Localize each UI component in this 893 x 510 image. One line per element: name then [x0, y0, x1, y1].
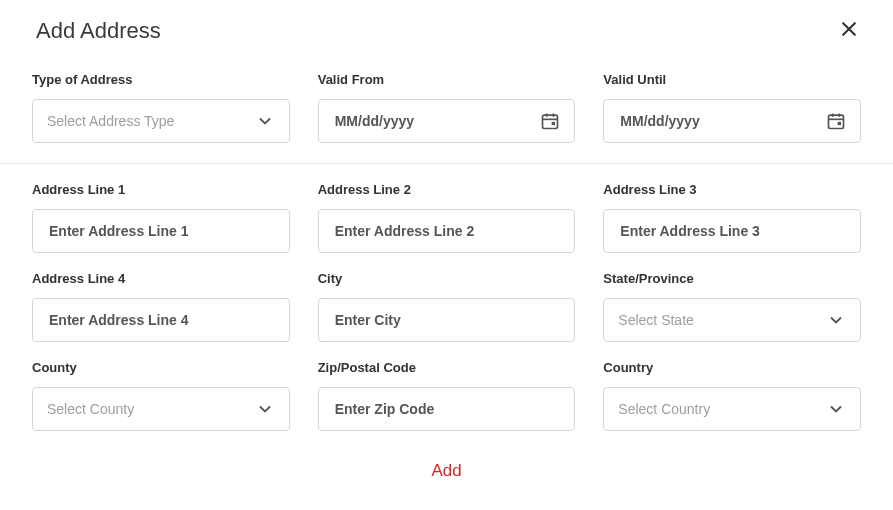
zip-wrap — [318, 387, 576, 431]
dialog-title: Add Address — [36, 18, 161, 44]
chevron-down-icon — [255, 111, 275, 131]
address-fields-section: Address Line 1 Address Line 2 Address Li… — [0, 164, 893, 431]
add-address-dialog: Add Address Type of Address Select Addre… — [0, 0, 893, 510]
field-valid-from: Valid From — [318, 72, 576, 143]
address-line-2-wrap — [318, 209, 576, 253]
country-placeholder: Select Country — [618, 401, 826, 417]
label-zip: Zip/Postal Code — [318, 360, 576, 375]
state-placeholder: Select State — [618, 312, 826, 328]
field-state: State/Province Select State — [603, 271, 861, 342]
calendar-icon[interactable] — [826, 111, 846, 131]
county-select[interactable]: Select County — [32, 387, 290, 431]
field-zip: Zip/Postal Code — [318, 360, 576, 431]
chevron-down-icon — [826, 310, 846, 330]
field-address-line-1: Address Line 1 — [32, 182, 290, 253]
chevron-down-icon — [255, 399, 275, 419]
field-address-line-4: Address Line 4 — [32, 271, 290, 342]
label-valid-until: Valid Until — [603, 72, 861, 87]
close-button[interactable] — [837, 19, 861, 43]
address-line-1-input[interactable] — [47, 222, 275, 240]
chevron-down-icon — [826, 399, 846, 419]
field-address-line-2: Address Line 2 — [318, 182, 576, 253]
address-type-select[interactable]: Select Address Type — [32, 99, 290, 143]
valid-from-input-wrap — [318, 99, 576, 143]
field-address-line-3: Address Line 3 — [603, 182, 861, 253]
svg-rect-2 — [543, 115, 558, 128]
label-state: State/Province — [603, 271, 861, 286]
field-country: Country Select Country — [603, 360, 861, 431]
valid-until-input-wrap — [603, 99, 861, 143]
state-select[interactable]: Select State — [603, 298, 861, 342]
svg-rect-7 — [829, 115, 844, 128]
field-address-type: Type of Address Select Address Type — [32, 72, 290, 143]
dialog-footer: Add — [0, 431, 893, 481]
field-city: City — [318, 271, 576, 342]
city-wrap — [318, 298, 576, 342]
address-type-placeholder: Select Address Type — [47, 113, 255, 129]
label-address-type: Type of Address — [32, 72, 290, 87]
add-button[interactable]: Add — [431, 461, 461, 481]
label-address-line-4: Address Line 4 — [32, 271, 290, 286]
svg-rect-11 — [838, 122, 841, 125]
address-line-3-wrap — [603, 209, 861, 253]
label-address-line-1: Address Line 1 — [32, 182, 290, 197]
county-placeholder: Select County — [47, 401, 255, 417]
dialog-header: Add Address — [0, 0, 893, 58]
zip-input[interactable] — [333, 400, 561, 418]
valid-from-input[interactable] — [333, 112, 541, 130]
label-address-line-3: Address Line 3 — [603, 182, 861, 197]
address-line-4-input[interactable] — [47, 311, 275, 329]
address-line-4-wrap — [32, 298, 290, 342]
close-icon — [839, 19, 859, 43]
label-address-line-2: Address Line 2 — [318, 182, 576, 197]
calendar-icon[interactable] — [540, 111, 560, 131]
address-line-2-input[interactable] — [333, 222, 561, 240]
address-line-3-input[interactable] — [618, 222, 846, 240]
validity-section: Type of Address Select Address Type Vali… — [0, 58, 893, 164]
address-line-1-wrap — [32, 209, 290, 253]
svg-rect-6 — [552, 122, 555, 125]
label-valid-from: Valid From — [318, 72, 576, 87]
field-county: County Select County — [32, 360, 290, 431]
label-country: Country — [603, 360, 861, 375]
field-valid-until: Valid Until — [603, 72, 861, 143]
valid-until-input[interactable] — [618, 112, 826, 130]
label-county: County — [32, 360, 290, 375]
country-select[interactable]: Select Country — [603, 387, 861, 431]
city-input[interactable] — [333, 311, 561, 329]
label-city: City — [318, 271, 576, 286]
